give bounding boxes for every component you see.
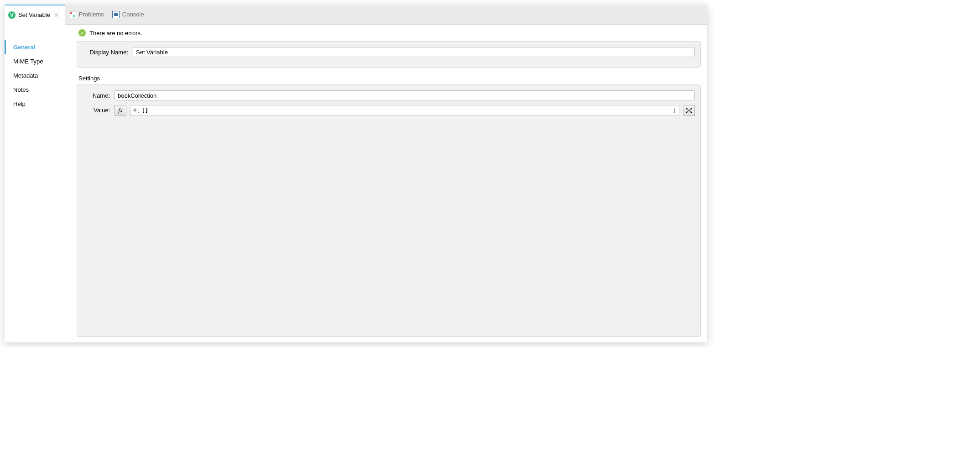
close-tab-icon[interactable]: ✕ (53, 11, 60, 19)
fx-button[interactable]: fx (115, 105, 126, 116)
display-name-input[interactable] (133, 47, 695, 57)
sidebar-item-help[interactable]: Help (5, 97, 72, 111)
tab-label: Set Variable (18, 11, 50, 18)
tab-console[interactable]: Console (109, 5, 149, 24)
sidebar: General MIME Type Metadata Notes Help (5, 25, 72, 342)
expr-close-delimiter: ] (673, 107, 676, 114)
settings-panel: Name: Value: fx #[ [] ] (77, 84, 701, 337)
body: General MIME Type Metadata Notes Help Th… (5, 25, 707, 342)
expr-open-delimiter: #[ (133, 107, 140, 114)
mapping-icon (685, 107, 693, 114)
tab-problems[interactable]: Problems (65, 5, 109, 24)
display-name-label: Display Name: (83, 49, 133, 56)
status-ok-icon (78, 29, 86, 37)
name-input[interactable] (115, 90, 695, 100)
tab-label: Console (122, 11, 144, 18)
value-expression-input[interactable]: #[ [] ] (130, 105, 679, 116)
status-message: There are no errors. (89, 30, 142, 37)
sidebar-item-notes[interactable]: Notes (5, 83, 72, 97)
tabbar: V Set Variable ✕ Problems Console (5, 5, 707, 25)
expr-body: [] (141, 107, 148, 114)
sidebar-item-label: General (13, 44, 35, 51)
tab-set-variable[interactable]: V Set Variable ✕ (5, 5, 65, 24)
sidebar-item-label: Metadata (13, 72, 38, 79)
fx-icon: fx (118, 107, 122, 114)
value-label: Value: (83, 105, 115, 114)
display-name-panel: Display Name: (77, 41, 701, 68)
sidebar-item-general[interactable]: General (5, 40, 72, 54)
sidebar-item-label: Notes (13, 86, 29, 93)
console-icon (112, 11, 120, 18)
mapping-button[interactable] (683, 105, 695, 116)
problems-icon (69, 11, 76, 18)
settings-heading: Settings (78, 75, 701, 82)
sidebar-item-metadata[interactable]: Metadata (5, 68, 72, 83)
sidebar-item-label: Help (13, 100, 26, 107)
tab-label: Problems (79, 11, 104, 18)
set-variable-icon: V (8, 11, 16, 19)
value-group: fx #[ [] ] (115, 105, 695, 116)
content: There are no errors. Display Name: Setti… (72, 25, 707, 342)
app-frame: V Set Variable ✕ Problems Console Genera… (5, 5, 707, 342)
status-bar: There are no errors. (72, 25, 707, 41)
sidebar-item-mime-type[interactable]: MIME Type (5, 54, 72, 68)
sidebar-item-label: MIME Type (13, 58, 43, 65)
name-label: Name: (83, 90, 115, 99)
